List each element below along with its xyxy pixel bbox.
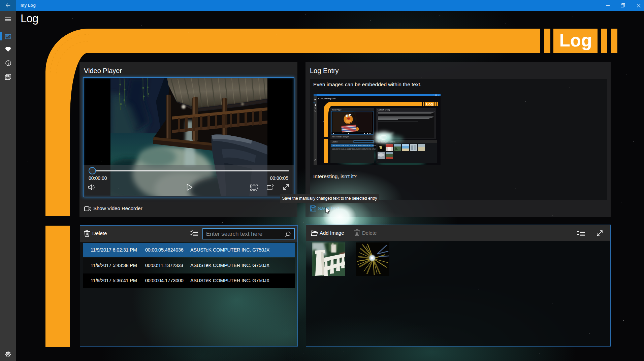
svg-text:Computerlogbuch: Computerlogbuch bbox=[318, 97, 336, 100]
svg-text:Löschen: Löschen bbox=[332, 141, 338, 143]
svg-text:26.11.2017 17:43:38 -00:00:11: 26.11.2017 17:43:38 -00:00:11.1372333 AS… bbox=[332, 145, 376, 146]
svg-text:Log: Log bbox=[426, 102, 433, 106]
svg-text:26.11.2017 17:36:41 -00:00:04: 26.11.2017 17:36:41 -00:00:04.1773000 AS… bbox=[332, 149, 376, 150]
svg-text:Log: Log bbox=[559, 30, 592, 50]
svg-text:Video-Player: Video-Player bbox=[332, 109, 342, 111]
svg-text:Logbuch-Eintrag: Logbuch-Eintrag bbox=[378, 109, 390, 111]
svg-text:Video Recorder anzeigen: Video Recorder anzeigen bbox=[332, 136, 349, 138]
